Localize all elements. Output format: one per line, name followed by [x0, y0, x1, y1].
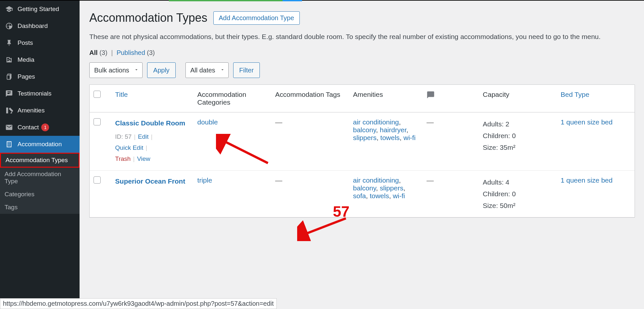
amenity-link[interactable]: wi-fi [403, 134, 415, 141]
capacity-cell: Adults: 2 Children: 0 Size: 35m² [479, 112, 557, 171]
filter-published[interactable]: Published [117, 49, 145, 56]
filter-published-count: (3) [147, 49, 155, 56]
row-title-link[interactable]: Classic Double Room [115, 118, 190, 128]
table-row: Superior Ocean Front triple — air condit… [90, 171, 635, 217]
trash-link[interactable]: Trash [115, 155, 131, 162]
row-title-link[interactable]: Superior Ocean Front [115, 176, 190, 186]
bed-type-link[interactable]: 1 queen size bed [561, 118, 612, 126]
row-actions: ID: 57 | Edit | Quick Edit | Trash | Vie… [115, 131, 190, 165]
add-accommodation-type-button[interactable]: Add Accommodation Type [213, 11, 300, 25]
page-description: These are not physical accommodations, b… [89, 32, 635, 41]
svg-line-2 [304, 218, 346, 235]
building-icon [5, 140, 14, 149]
sidebar-item-contact[interactable]: Contact 1 [0, 119, 80, 136]
col-amenities: Amenities [349, 85, 423, 112]
swatch-icon [5, 106, 14, 115]
graduation-cap-icon [5, 5, 14, 14]
sidebar-item-testimonials[interactable]: Testimonials [0, 85, 80, 102]
select-all-checkbox[interactable] [94, 91, 101, 98]
accommodation-types-table: Title Accommodation Categories Accommoda… [89, 84, 635, 218]
chevron-down-icon [134, 67, 139, 74]
row-checkbox[interactable] [94, 176, 101, 184]
date-filter-label: All dates [190, 67, 215, 74]
tablenav-top: Bulk actions Apply All dates Filter [89, 62, 636, 78]
sidebar-item-label: Amenities [18, 107, 44, 115]
table-header-row: Title Accommodation Categories Accommoda… [90, 85, 635, 112]
sidebar-item-label: Accommodation [18, 140, 62, 148]
sidebar-item-label: Posts [18, 39, 33, 47]
status-filters: All (3) | Published (3) [89, 49, 636, 57]
sidebar-item-label: Testimonials [18, 90, 52, 98]
col-comments[interactable] [423, 85, 479, 112]
view-link[interactable]: View [137, 155, 150, 162]
amenity-link[interactable]: wi-fi [393, 192, 405, 200]
sidebar-item-accommodation[interactable]: Accommodation [0, 136, 80, 153]
capacity-adults: Adults: 4 [483, 176, 553, 188]
sidebar-item-label: Dashboard [18, 22, 48, 30]
amenity-link[interactable]: towels [380, 134, 400, 141]
amenity-link[interactable]: hairdryer [380, 126, 407, 134]
sidebar-item-pages[interactable]: Pages [0, 68, 80, 85]
capacity-children: Children: 0 [483, 130, 553, 142]
capacity-cell: Adults: 4 Children: 0 Size: 50m² [479, 171, 557, 217]
col-bed-type[interactable]: Bed Type [557, 85, 635, 112]
category-link[interactable]: triple [197, 176, 212, 184]
sidebar-item-amenities[interactable]: Amenities [0, 102, 80, 119]
annotation-arrow-2 [297, 215, 352, 241]
comments-empty: — [426, 118, 434, 126]
capacity-size: Size: 35m² [483, 142, 553, 153]
pages-icon [5, 72, 14, 81]
bulk-actions-select[interactable]: Bulk actions [89, 62, 143, 78]
amenity-link[interactable]: air conditioning [353, 118, 399, 126]
col-title[interactable]: Title [111, 85, 194, 112]
filter-separator: | [111, 49, 113, 56]
row-checkbox[interactable] [94, 118, 101, 125]
amenity-link[interactable]: slippers [353, 134, 376, 141]
col-capacity: Capacity [479, 85, 557, 112]
capacity-children: Children: 0 [483, 188, 553, 200]
status-bar: https://hbdemo.getmotopress.com/u7yw6rk9… [0, 298, 277, 309]
bed-type-link[interactable]: 1 queen size bed [561, 176, 612, 184]
amenity-link[interactable]: balcony [353, 126, 376, 134]
col-tags: Accommodation Tags [271, 85, 349, 112]
sidebar-item-dashboard[interactable]: Dashboard [0, 18, 80, 34]
amenity-link[interactable]: slippers [380, 184, 403, 192]
date-filter-select[interactable]: All dates [185, 62, 229, 78]
amenity-link[interactable]: towels [370, 192, 389, 200]
amenity-link[interactable]: air conditioning [353, 176, 399, 184]
filter-button[interactable]: Filter [233, 62, 260, 78]
submenu-tags[interactable]: Tags [0, 201, 80, 214]
edit-link[interactable]: Edit [138, 133, 149, 140]
sidebar-item-label: Getting Started [18, 5, 59, 13]
dashboard-icon [5, 21, 14, 31]
table-row: Classic Double Room ID: 57 | Edit | Quic… [90, 112, 635, 171]
submenu-add-accommodation-type[interactable]: Add Accommodation Type [0, 168, 80, 188]
admin-sidebar: Getting Started Dashboard Posts Media Pa [0, 1, 80, 309]
sidebar-item-label: Media [18, 56, 34, 64]
amenities-cell: air conditioning, balcony, hairdryer, sl… [349, 112, 423, 171]
contact-badge: 1 [41, 123, 49, 131]
filter-all-count: (3) [99, 49, 107, 56]
sidebar-item-label: Contact [18, 123, 39, 132]
sidebar-item-media[interactable]: Media [0, 51, 80, 68]
mail-icon [5, 123, 14, 132]
submenu-accommodation-types[interactable]: Accommodation Types [0, 153, 80, 168]
category-link[interactable]: double [197, 118, 218, 126]
pin-icon [5, 38, 14, 47]
page-title: Accommodation Types [89, 11, 208, 25]
capacity-adults: Adults: 2 [483, 118, 553, 130]
amenity-link[interactable]: balcony [353, 184, 376, 192]
apply-button[interactable]: Apply [147, 62, 176, 78]
filter-all[interactable]: All [89, 49, 98, 56]
row-id: ID: 57 [115, 133, 132, 140]
sidebar-item-label: Pages [18, 73, 35, 81]
sidebar-item-posts[interactable]: Posts [0, 34, 80, 51]
bulk-actions-label: Bulk actions [94, 67, 129, 74]
media-icon [5, 55, 14, 64]
sidebar-item-getting-started[interactable]: Getting Started [0, 1, 80, 18]
col-categories: Accommodation Categories [194, 85, 271, 112]
amenity-link[interactable]: sofa [353, 192, 366, 200]
comments-empty: — [426, 176, 434, 185]
submenu-categories[interactable]: Categories [0, 188, 80, 201]
quick-edit-link[interactable]: Quick Edit [115, 144, 144, 151]
